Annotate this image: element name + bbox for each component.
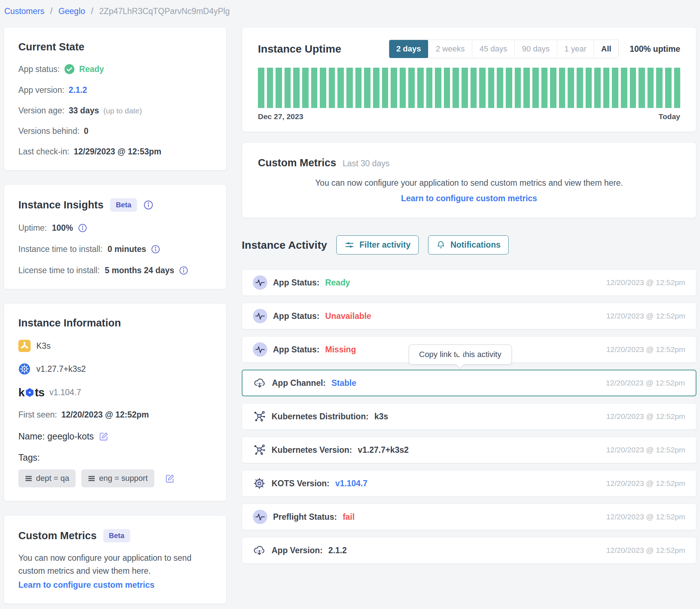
uptime-bar[interactable] bbox=[638, 68, 645, 108]
tag-chip[interactable]: dept = qa bbox=[18, 469, 76, 487]
uptime-bar[interactable] bbox=[621, 68, 627, 108]
edit-tags-icon[interactable] bbox=[165, 474, 175, 483]
uptime-bar[interactable] bbox=[426, 68, 433, 108]
edit-name-icon[interactable] bbox=[99, 432, 109, 441]
instance-uptime-title: Instance Uptime bbox=[258, 43, 341, 55]
uptime-bar[interactable] bbox=[471, 68, 477, 108]
uptime-bar[interactable] bbox=[337, 68, 344, 108]
instance-activity-list: App Status: Ready 12/20/2023 @ 12:52pm A… bbox=[242, 269, 696, 564]
uptime-bar[interactable] bbox=[302, 68, 309, 108]
beta-badge: Beta bbox=[103, 529, 130, 542]
uptime-bar[interactable] bbox=[479, 68, 486, 108]
info-icon[interactable] bbox=[179, 266, 188, 275]
custom-metrics-left-link[interactable]: Learn to configure custom metrics bbox=[18, 580, 212, 590]
uptime-bar[interactable] bbox=[258, 68, 264, 108]
custom-metrics-link[interactable]: Learn to configure custom metrics bbox=[258, 194, 680, 203]
uptime-bar[interactable] bbox=[541, 68, 548, 108]
pulse-icon bbox=[253, 309, 267, 323]
uptime-bar[interactable] bbox=[355, 68, 362, 108]
uptime-bar[interactable] bbox=[391, 68, 397, 108]
uptime-bar[interactable] bbox=[594, 68, 601, 108]
uptime-bar[interactable] bbox=[364, 68, 371, 108]
info-icon[interactable] bbox=[78, 224, 87, 233]
app-version-row: App version: 2.1.2 bbox=[18, 85, 212, 95]
uptime-bar[interactable] bbox=[515, 68, 521, 108]
activity-row-k8s-version[interactable]: Kubernetes Version: v1.27.7+k3s2 12/20/2… bbox=[242, 437, 696, 463]
activity-row-preflight-status[interactable]: Preflight Status: fail 12/20/2023 @ 12:5… bbox=[242, 504, 696, 530]
range-tab-all[interactable]: All bbox=[594, 40, 618, 58]
activity-row-app-version[interactable]: App Version: 2.1.2 12/20/2023 @ 12:52pm bbox=[242, 537, 696, 564]
tag-chip[interactable]: eng = support bbox=[81, 469, 154, 487]
uptime-bar[interactable] bbox=[462, 68, 468, 108]
uptime-bar[interactable] bbox=[382, 68, 388, 108]
activity-label: Kubernetes Distribution: bbox=[272, 412, 369, 421]
uptime-bar[interactable] bbox=[603, 68, 610, 108]
uptime-bar[interactable] bbox=[453, 68, 459, 108]
kubernetes-icon bbox=[18, 363, 31, 375]
uptime-bar[interactable] bbox=[647, 68, 654, 108]
uptime-bar[interactable] bbox=[550, 68, 556, 108]
copy-link-tooltip[interactable]: Copy link to this activity bbox=[409, 344, 512, 365]
filter-activity-label: Filter activity bbox=[359, 240, 410, 250]
uptime-bar[interactable] bbox=[586, 68, 592, 108]
activity-timestamp: 12/20/2023 @ 12:52pm bbox=[606, 345, 685, 354]
uptime-bar[interactable] bbox=[346, 68, 353, 108]
uptime-bar[interactable] bbox=[320, 68, 326, 108]
instance-activity-header: Instance Activity Filter activity Notifi… bbox=[242, 235, 696, 254]
uptime-bar[interactable] bbox=[674, 68, 681, 108]
range-tab-90-days[interactable]: 90 days bbox=[515, 40, 557, 58]
uptime-bar[interactable] bbox=[408, 68, 415, 108]
range-tab-2-days[interactable]: 2 days bbox=[389, 40, 429, 58]
cloud-download-icon bbox=[253, 376, 266, 389]
uptime-bar[interactable] bbox=[444, 68, 450, 108]
range-tab-2-weeks[interactable]: 2 weeks bbox=[428, 40, 472, 58]
info-icon[interactable] bbox=[151, 245, 160, 254]
uptime-bar[interactable] bbox=[285, 68, 291, 108]
uptime-bar[interactable] bbox=[665, 68, 672, 108]
uptime-bar[interactable] bbox=[506, 68, 512, 108]
version-age-row: Version age: 33 days (up to date) bbox=[18, 106, 212, 116]
activity-row-app-status-ready[interactable]: App Status: Ready 12/20/2023 @ 12:52pm bbox=[242, 269, 696, 296]
instance-name-row: Name: geeglo-kots bbox=[18, 431, 212, 442]
uptime-bar[interactable] bbox=[293, 68, 300, 108]
activity-row-kots-version[interactable]: KOTS Version: v1.104.7 12/20/2023 @ 12:5… bbox=[242, 470, 696, 497]
custom-metrics-title: Custom Metrics bbox=[258, 157, 336, 169]
uptime-bar[interactable] bbox=[532, 68, 539, 108]
uptime-bar[interactable] bbox=[267, 68, 273, 108]
uptime-bar[interactable] bbox=[568, 68, 574, 108]
activity-value: Ready bbox=[325, 278, 350, 288]
version-age-note: (up to date) bbox=[103, 107, 142, 115]
uptime-bar[interactable] bbox=[577, 68, 583, 108]
info-icon[interactable] bbox=[144, 200, 153, 210]
activity-value-link[interactable]: v1.104.7 bbox=[335, 479, 368, 488]
range-tab-45-days[interactable]: 45 days bbox=[472, 40, 515, 58]
activity-row-app-status-unavailable[interactable]: App Status: Unavailable 12/20/2023 @ 12:… bbox=[242, 303, 696, 329]
uptime-bar[interactable] bbox=[311, 68, 318, 108]
uptime-bar[interactable] bbox=[400, 68, 406, 108]
uptime-bar[interactable] bbox=[373, 68, 379, 108]
uptime-bar[interactable] bbox=[523, 68, 530, 108]
breadcrumb-app-link[interactable]: Geeglo bbox=[58, 6, 85, 16]
uptime-bar[interactable] bbox=[329, 68, 335, 108]
uptime-bar[interactable] bbox=[630, 68, 636, 108]
uptime-bar[interactable] bbox=[417, 68, 424, 108]
uptime-bar[interactable] bbox=[559, 68, 565, 108]
uptime-bar[interactable] bbox=[276, 68, 282, 108]
custom-metrics-panel: Custom Metrics Last 30 days You can now … bbox=[242, 142, 696, 218]
activity-value-link[interactable]: Stable bbox=[332, 378, 356, 388]
custom-metrics-subtitle: Last 30 days bbox=[343, 159, 390, 168]
instance-detail-page: Customers / Geeglo / 2Zp47LhR3CqTQParvNc… bbox=[0, 0, 700, 604]
app-version-link[interactable]: 2.1.2 bbox=[69, 85, 87, 95]
breadcrumb-customers-link[interactable]: Customers bbox=[4, 6, 44, 16]
activity-row-app-channel[interactable]: Copy link to this activity App Channel: … bbox=[242, 370, 696, 396]
filter-activity-button[interactable]: Filter activity bbox=[336, 235, 419, 254]
uptime-bar[interactable] bbox=[435, 68, 441, 108]
notifications-button[interactable]: Notifications bbox=[428, 235, 509, 254]
range-tab-1-year[interactable]: 1 year bbox=[557, 40, 594, 58]
uptime-bar[interactable] bbox=[488, 68, 495, 108]
uptime-bar[interactable] bbox=[656, 68, 663, 108]
activity-row-k8s-distribution[interactable]: Kubernetes Distribution: k3s 12/20/2023 … bbox=[242, 403, 696, 430]
versions-behind-label: Versions behind: bbox=[18, 126, 79, 136]
uptime-bar[interactable] bbox=[497, 68, 503, 108]
uptime-bar[interactable] bbox=[612, 68, 618, 108]
